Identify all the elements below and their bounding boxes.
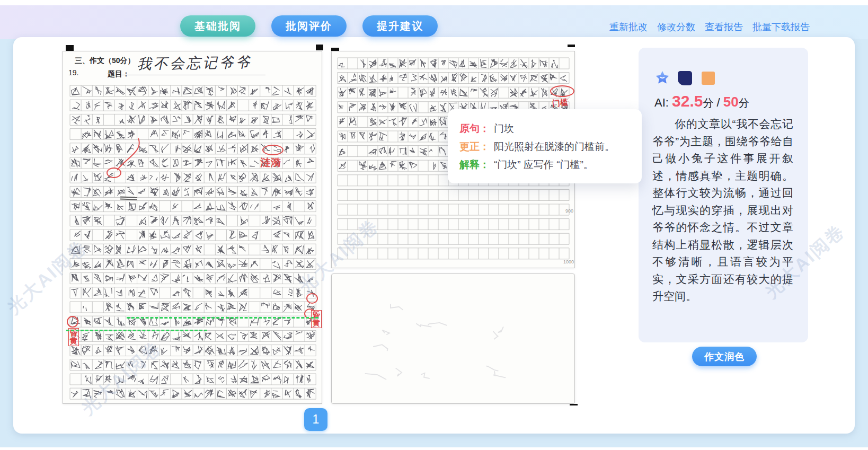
tooltip-row-original: 原句：门坎	[459, 120, 630, 138]
correction-tooltip: 原句：门坎 更正：阳光照射在脱漆的门槛前。 解释：“门坎” 应写作 “门槛”。	[448, 109, 642, 183]
link-view-report[interactable]: 查看报告	[705, 21, 743, 33]
red-circle-annotation[interactable]	[67, 316, 78, 328]
toolbar-links: 重新批改 修改分数 查看报告 批量下载报告	[609, 21, 810, 33]
green-underline	[127, 317, 318, 319]
link-batch-download-report[interactable]: 批量下载报告	[752, 21, 810, 33]
registration-mark	[66, 45, 74, 51]
ai-score-value: 32.5	[672, 92, 703, 110]
handwriting-grid-page1	[63, 82, 323, 407]
word-count-marker: 900	[565, 208, 573, 214]
strikethrough-mark	[120, 196, 137, 200]
red-circle-annotation[interactable]	[262, 145, 284, 155]
title-underline	[121, 75, 265, 75]
main-card: 三、作文（50分） 19. 题目： 我不会忘记爷爷 涟漪 昏黄 昏黄	[13, 37, 855, 434]
star-smile-icon[interactable]	[654, 70, 670, 86]
score-unit: 分	[703, 97, 713, 109]
polish-essay-button[interactable]: 作文润色	[692, 347, 757, 366]
tooltip-value-correction: 阳光照射在脱漆的门槛前。	[494, 141, 615, 152]
tooltip-row-correction: 更正：阳光照射在脱漆的门槛前。	[459, 138, 630, 156]
red-insertion-curve	[111, 135, 148, 174]
red-correction-text: 门槛	[552, 97, 569, 109]
tooltip-label-original: 原句：	[459, 123, 490, 134]
registration-mark	[316, 45, 323, 50]
total-score-value: 50	[723, 94, 739, 110]
red-circle-annotation[interactable]	[306, 293, 318, 304]
tooltip-row-explanation: 解释：“门坎” 应写作 “门槛”。	[459, 156, 630, 174]
ai-score-panel: AI: 32.5分 / 50分 你的文章以“我不会忘记爷爷”为主题，围绕爷爷给自…	[639, 48, 808, 342]
green-underline	[66, 330, 207, 331]
essay-question-number: 19.	[68, 68, 78, 77]
tooltip-label-correction: 更正：	[459, 141, 490, 152]
tooltip-value-original: 门坎	[494, 123, 514, 134]
essay-header: 三、作文（50分） 19. 题目： 我不会忘记爷爷	[63, 51, 322, 84]
total-score-unit: 分	[739, 97, 749, 109]
tooltip-value-explanation: “门坎” 应写作 “门槛”。	[494, 159, 594, 170]
faint-showthrough-marks	[332, 274, 575, 407]
essay-handwritten-title: 我不会忘记爷爷	[126, 52, 264, 74]
link-modify-score[interactable]: 修改分数	[657, 21, 695, 33]
ai-score-line: AI: 32.5分 / 50分	[654, 92, 749, 110]
page-number-badge[interactable]: 1	[304, 408, 327, 431]
registration-mark	[568, 45, 575, 47]
essay-page-1[interactable]: 三、作文（50分） 19. 题目： 我不会忘记爷爷 涟漪 昏黄 昏黄	[63, 51, 322, 404]
word-count-marker: 1000	[563, 259, 574, 264]
essay-page-2-blank[interactable]	[331, 273, 575, 404]
red-stamp[interactable]: 昏黄	[311, 310, 322, 328]
ai-review-text: 你的文章以“我不会忘记爷爷”为主题，围绕爷爷给自己做小兔子这件事展开叙述，情感真…	[652, 116, 793, 305]
red-stamp[interactable]: 涟漪	[260, 156, 281, 170]
tab-basic-review[interactable]: 基础批阅	[180, 15, 255, 37]
red-circle-annotation[interactable]	[550, 85, 574, 97]
score-separator: /	[713, 96, 723, 109]
tab-review-evaluation[interactable]: 批阅评价	[271, 15, 347, 37]
score-icon-row	[654, 70, 715, 86]
tooltip-label-explanation: 解释：	[459, 159, 490, 170]
tab-improvement-suggestions[interactable]: 提升建议	[362, 15, 438, 37]
link-regrade[interactable]: 重新批改	[609, 21, 648, 33]
ai-label: AI:	[654, 96, 669, 109]
app-window: 三、作文（50分） 19. 题目： 我不会忘记爷爷 涟漪 昏黄 昏黄	[0, 0, 868, 450]
orange-square-icon[interactable]	[702, 72, 715, 85]
navy-square-icon[interactable]	[678, 71, 692, 85]
